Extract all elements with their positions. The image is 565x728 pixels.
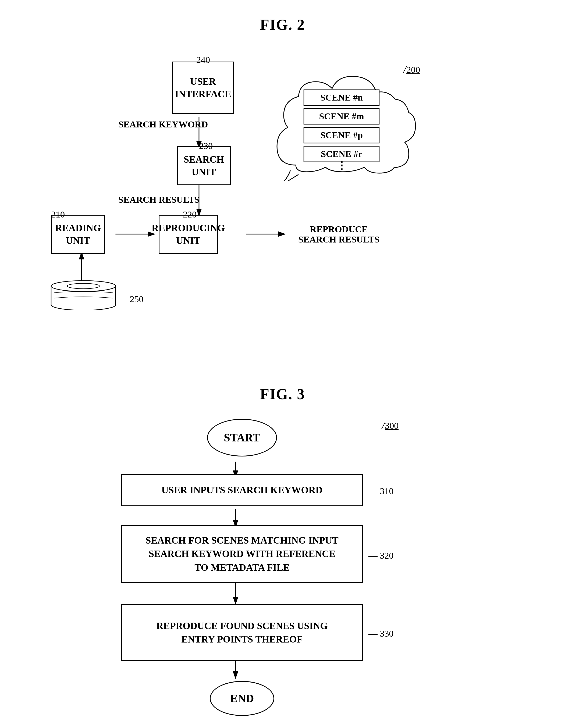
- ref-210: 210: [51, 209, 65, 220]
- fig3-diagram: /300 START USER INPUTS SEARCH KEYWORD — …: [22, 411, 543, 728]
- ref-300: /300: [382, 419, 399, 431]
- svg-text:SCENE #r: SCENE #r: [321, 149, 362, 159]
- box-reading-unit: READING UNIT: [51, 215, 105, 254]
- ref-330: — 330: [369, 629, 394, 639]
- box-310: USER INPUTS SEARCH KEYWORD: [121, 474, 363, 506]
- ref-250: — 250: [118, 294, 144, 304]
- fig2-diagram: /200 SCENE #n SCENE #m SCENE #p: [22, 41, 543, 369]
- start-oval: START: [207, 419, 277, 456]
- svg-text:⋮: ⋮: [336, 159, 347, 172]
- box-reproducing-unit: REPRODUCING UNIT: [159, 215, 218, 254]
- ref-310: — 310: [369, 486, 394, 496]
- box-user-interface: USER INTERFACE: [172, 62, 234, 114]
- svg-text:SCENE #m: SCENE #m: [319, 111, 364, 121]
- label-search-results: SEARCH RESULTS: [118, 195, 199, 205]
- page: FIG. 2 /200: [0, 0, 565, 728]
- svg-text:SCENE #p: SCENE #p: [320, 130, 363, 140]
- label-reproduce: REPRODUCE SEARCH RESULTS: [293, 224, 385, 245]
- fig3-title: FIG. 3: [22, 386, 543, 403]
- box-320: SEARCH FOR SCENES MATCHING INPUT SEARCH …: [121, 525, 363, 583]
- box-330: REPRODUCE FOUND SCENES USING ENTRY POINT…: [121, 604, 363, 661]
- ref-230: 230: [199, 141, 213, 151]
- end-oval: END: [210, 681, 274, 716]
- ref-240: 240: [196, 55, 210, 65]
- fig2-title: FIG. 2: [22, 16, 543, 33]
- svg-point-19: [51, 281, 116, 291]
- label-search-keyword: SEARCH KEYWORD: [118, 119, 208, 130]
- disk-shape: [48, 278, 118, 311]
- ref-220: 220: [183, 209, 196, 220]
- svg-text:SCENE #n: SCENE #n: [320, 92, 363, 102]
- ref-320: — 320: [369, 551, 394, 561]
- cloud-shape: SCENE #n SCENE #m SCENE #p SCENE #r ⋮: [269, 68, 420, 182]
- box-search-unit: SEARCH UNIT: [177, 146, 231, 185]
